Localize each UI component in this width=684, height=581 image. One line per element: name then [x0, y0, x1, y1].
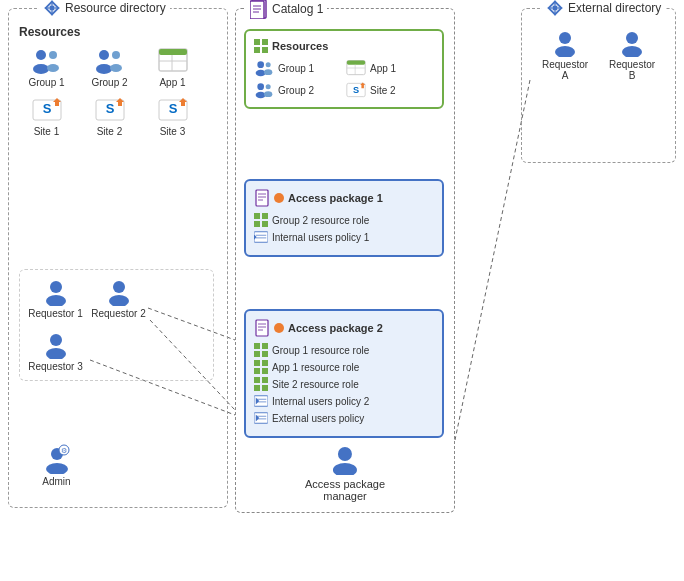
ap2-internal-policy-item: Internal users policy 2	[254, 394, 434, 408]
svg-point-16	[112, 51, 120, 59]
site1-label: Site 1	[34, 126, 60, 137]
ap1-resource-role-label: Group 2 resource role	[272, 215, 369, 226]
resource-item-group1: Group 1	[19, 47, 74, 88]
svg-rect-95	[262, 385, 268, 391]
admin-label: Admin	[42, 476, 70, 487]
ap2-badge	[274, 323, 284, 333]
ext-requestors-list: Requestor A Requestor B	[522, 9, 675, 91]
svg-text:⚙: ⚙	[61, 447, 67, 454]
site1-icon: S	[31, 96, 63, 124]
resource-item-site3: S Site 3	[145, 96, 200, 137]
cat-group1-icon	[254, 59, 274, 77]
svg-point-62	[256, 92, 266, 99]
svg-rect-52	[262, 47, 268, 53]
ap2-app1-role-item: App 1 resource role	[254, 360, 434, 374]
access-package2-box: Access package 2 Group 1 resource role	[244, 309, 444, 438]
svg-rect-74	[254, 221, 260, 227]
svg-rect-84	[254, 343, 260, 349]
ext-directory-title: External directory	[568, 1, 661, 15]
requestor-b-icon	[618, 29, 646, 57]
svg-rect-90	[254, 368, 260, 374]
group1-icon	[31, 47, 63, 75]
ap1-resource-role-item: Group 2 resource role	[254, 213, 434, 227]
resource-directory-title: Resource directory	[65, 1, 166, 15]
requestor-a-icon	[551, 29, 579, 57]
ap1-policy-label: Internal users policy 1	[272, 232, 369, 243]
catalog-resources-grid: Group 1 App 1	[254, 59, 434, 99]
resource-directory-label: Resource directory	[39, 0, 170, 17]
requestor-a-item: Requestor A	[538, 29, 593, 81]
catalog-label: Catalog 1	[246, 0, 327, 19]
ap1-title: Access package 1	[288, 192, 383, 204]
cat-app1-icon	[346, 59, 366, 77]
ap2-header: Access package 2	[254, 319, 434, 337]
cat-group2-icon	[254, 81, 274, 99]
svg-point-13	[47, 64, 59, 72]
svg-point-56	[264, 69, 272, 75]
ap2-external-policy-icon	[254, 411, 268, 425]
svg-point-112	[559, 32, 571, 44]
svg-rect-91	[262, 368, 268, 374]
cat-site2-icon: S	[346, 81, 366, 99]
requestor1-label: Requestor 1	[28, 308, 82, 319]
ap1-policy-icon	[254, 230, 268, 244]
svg-rect-92	[254, 377, 260, 383]
svg-rect-86	[254, 351, 260, 357]
svg-point-36	[46, 348, 66, 359]
ap2-app1-role-label: App 1 resource role	[272, 362, 359, 373]
ap1-catalog-icon	[254, 189, 270, 207]
resource-item-site2: S Site 2	[82, 96, 137, 137]
resources-section: Resources Group 1	[19, 25, 214, 137]
cat-app1-label: App 1	[370, 63, 396, 74]
requestor3-item: Requestor 3	[28, 331, 83, 372]
group1-label: Group 1	[28, 77, 64, 88]
svg-text:S: S	[168, 101, 177, 116]
svg-point-53	[257, 61, 264, 68]
group2-label: Group 2	[91, 77, 127, 88]
apm-icon	[329, 443, 361, 475]
catalog-group1-item: Group 1	[254, 59, 342, 77]
ap2-internal-policy-label: Internal users policy 2	[272, 396, 369, 407]
svg-point-35	[50, 334, 62, 346]
svg-point-113	[555, 46, 575, 57]
catalog-group2-item: Group 2	[254, 81, 342, 99]
requestor3-icon	[42, 331, 70, 359]
svg-rect-68	[256, 190, 268, 206]
ap2-group1-role-icon	[254, 343, 268, 357]
ap2-internal-policy-icon	[254, 394, 268, 408]
svg-rect-85	[262, 343, 268, 349]
ap2-site2-role-item: Site 2 resource role	[254, 377, 434, 391]
svg-line-2	[455, 80, 530, 440]
svg-point-63	[266, 84, 271, 89]
ap2-group1-role-item: Group 1 resource role	[254, 343, 434, 357]
svg-point-10	[36, 50, 46, 60]
site3-icon: S	[157, 96, 189, 124]
svg-text:S: S	[42, 101, 51, 116]
requestors-grid: Requestor 1 Requestor 2 Requestor 3	[28, 278, 205, 372]
svg-point-61	[257, 83, 264, 90]
ap2-catalog-icon	[254, 319, 270, 337]
catalog-app1-item: App 1	[346, 59, 434, 77]
resource-directory-box: Resource directory Resources Group 1	[8, 8, 228, 508]
requestor2-icon	[105, 278, 133, 306]
svg-point-55	[266, 62, 271, 67]
svg-rect-94	[254, 385, 260, 391]
svg-point-11	[33, 64, 49, 74]
cat-group2-label: Group 2	[278, 85, 314, 96]
svg-text:S: S	[105, 101, 114, 116]
ext-dir-diamond-icon	[546, 0, 564, 17]
svg-rect-49	[254, 39, 260, 45]
svg-rect-50	[262, 39, 268, 45]
svg-rect-93	[262, 377, 268, 383]
svg-rect-88	[254, 360, 260, 366]
svg-rect-45	[250, 1, 264, 19]
svg-point-17	[110, 64, 122, 72]
requestor-b-item: Requestor B	[605, 29, 660, 81]
apm-label: Access package manager	[305, 478, 385, 502]
ap2-group1-role-label: Group 1 resource role	[272, 345, 369, 356]
svg-rect-80	[256, 320, 268, 336]
svg-point-107	[552, 5, 557, 10]
svg-rect-58	[347, 61, 365, 65]
requestors-section: Requestor 1 Requestor 2 Requestor 3	[19, 269, 214, 381]
ap1-resource-role-icon	[254, 213, 268, 227]
